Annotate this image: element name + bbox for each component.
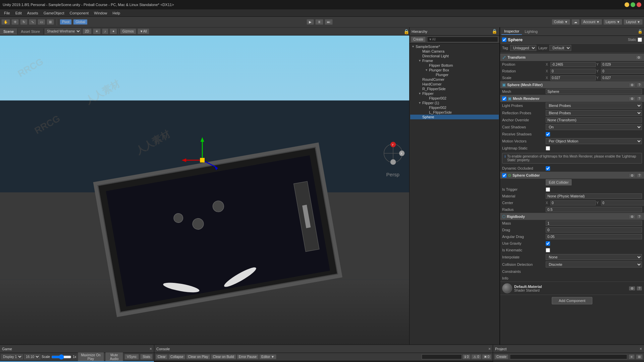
hierarchy-create-btn[interactable]: Create: [411, 37, 426, 42]
tree-directional-light[interactable]: Directional Light: [410, 54, 499, 58]
cast-shadows-select[interactable]: On: [546, 124, 642, 130]
move-tool[interactable]: ✛: [11, 19, 19, 25]
pause-btn[interactable]: ⏸: [315, 19, 323, 25]
resolution-select[interactable]: 16:10: [24, 354, 40, 359]
play-btn[interactable]: ▶: [307, 19, 314, 25]
transform-settings[interactable]: ⚙: [636, 55, 642, 60]
layer-select[interactable]: Default: [549, 45, 571, 51]
project-search[interactable]: [510, 354, 627, 359]
lightmap-static-check[interactable]: [546, 146, 550, 150]
menu-file[interactable]: File: [1, 10, 13, 16]
sc-btn1[interactable]: ⚙: [629, 173, 635, 178]
sc-btn2[interactable]: ?: [637, 173, 642, 178]
tree-flipper-1[interactable]: ▼ Flipper (1): [410, 101, 499, 105]
project-create-btn[interactable]: Create: [494, 354, 508, 359]
menu-edit[interactable]: Edit: [13, 10, 24, 16]
global-btn[interactable]: Global: [73, 19, 88, 25]
rotate-tool[interactable]: ↻: [20, 19, 28, 25]
hierarchy-search[interactable]: [427, 37, 498, 42]
lights-btn[interactable]: ☀: [93, 28, 101, 34]
collision-detection-select[interactable]: Discrete: [546, 261, 642, 267]
scale-tool[interactable]: ⤡: [29, 19, 36, 25]
tree-flipper-bottom[interactable]: Flipper Bottom: [410, 63, 499, 68]
tab-asset-store[interactable]: Asset Store: [17, 28, 44, 35]
clear-btn[interactable]: Clear: [156, 354, 168, 359]
mr-btn2[interactable]: ?: [637, 97, 642, 101]
console-warn-btn[interactable]: ⚠ 0: [471, 354, 481, 359]
radius-value[interactable]: [546, 207, 642, 212]
tree-l-flipper-side[interactable]: L_FlipperSide: [410, 110, 499, 115]
tree-plunger-box[interactable]: ▼ Plunger Box: [410, 68, 499, 72]
tab-lighting[interactable]: Lighting: [522, 28, 540, 35]
light-probes-select[interactable]: Blend Probes: [546, 103, 642, 109]
is-kinematic-check[interactable]: [546, 248, 550, 252]
rect-tool[interactable]: ▭: [38, 19, 45, 25]
project-grid-btn[interactable]: ⊞: [636, 354, 643, 359]
dynamic-occluded-check[interactable]: [546, 166, 550, 171]
project-close[interactable]: ×: [640, 347, 642, 351]
mesh-filter-header[interactable]: ▣ Sphere (Mesh Filter) ⚙ ?: [500, 81, 644, 88]
render-mode-select[interactable]: Shaded Wireframe: [45, 28, 81, 34]
scale-slider[interactable]: [51, 354, 71, 360]
use-gravity-check[interactable]: [546, 241, 550, 246]
angular-drag-value[interactable]: [546, 234, 642, 239]
audio-btn[interactable]: ♪: [102, 28, 108, 34]
tree-frame[interactable]: ▼ Frame: [410, 58, 499, 63]
sphere-collider-header[interactable]: ⊙ Sphere Collider ⚙ ?: [500, 172, 644, 179]
clear-build-btn[interactable]: Clear on Build: [211, 354, 236, 359]
tree-flipper002b[interactable]: Flipper002: [410, 105, 499, 110]
mf-btn2[interactable]: ?: [637, 83, 642, 87]
layout-btn[interactable]: Layout ▼: [624, 19, 643, 25]
mr-enabled[interactable]: [502, 97, 506, 101]
display-select[interactable]: Display 1: [1, 354, 23, 359]
vsync-btn[interactable]: VSync: [124, 354, 139, 360]
hierarchy-scene-root[interactable]: ▼ SampleScene*: [410, 44, 499, 49]
console-search[interactable]: [422, 354, 462, 359]
anchor-override-value[interactable]: [546, 117, 642, 123]
tag-select[interactable]: Untagged: [510, 45, 536, 51]
collab-btn[interactable]: Collab ▼: [552, 19, 570, 25]
maximize-btn[interactable]: [631, 2, 635, 7]
mesh-renderer-header[interactable]: ▣ Mesh Renderer ⚙ ?: [500, 95, 644, 102]
pos-x-input[interactable]: [550, 62, 596, 67]
mat-btn1[interactable]: ⚙: [629, 286, 635, 291]
edit-collider-btn[interactable]: Edit Collider: [546, 179, 572, 185]
all-btn[interactable]: ▼All: [138, 28, 149, 34]
tab-scene[interactable]: Scene: [0, 28, 17, 35]
tree-round-corner[interactable]: RoundCorner: [410, 77, 499, 82]
maximize-play-btn[interactable]: Maximize On Play: [78, 352, 104, 362]
tree-flipper002[interactable]: Flipper002: [410, 96, 499, 101]
tree-sphere[interactable]: Sphere: [410, 115, 499, 119]
center-y[interactable]: [601, 200, 644, 205]
rb-btn2[interactable]: ?: [637, 215, 642, 219]
interpolate-select[interactable]: None: [546, 254, 642, 260]
pivot-btn[interactable]: Pivot: [60, 19, 72, 25]
pos-y-input[interactable]: [601, 62, 644, 67]
mr-btn1[interactable]: ⚙: [629, 97, 635, 101]
mass-value[interactable]: [546, 221, 642, 226]
editor-btn[interactable]: Editor ▼: [259, 354, 276, 359]
transform-header[interactable]: ⤢ Transform ⚙: [500, 54, 644, 61]
minimize-btn[interactable]: [625, 2, 629, 7]
tab-inspector[interactable]: Inspector: [501, 28, 522, 35]
receive-shadows-check[interactable]: [546, 132, 550, 136]
center-x[interactable]: [550, 200, 596, 205]
console-info-btn[interactable]: ℹ 0: [463, 354, 471, 359]
game-close[interactable]: ×: [150, 347, 152, 351]
static-checkbox[interactable]: [638, 38, 642, 42]
menu-assets[interactable]: Assets: [24, 10, 41, 16]
console-close[interactable]: ×: [488, 347, 491, 351]
drag-value[interactable]: [546, 227, 642, 233]
2d-btn[interactable]: 2D: [83, 28, 92, 34]
collider-material-value[interactable]: [546, 193, 642, 199]
clear-play-btn[interactable]: Clear on Play: [186, 354, 210, 359]
menu-help[interactable]: Help: [110, 10, 123, 16]
account-btn[interactable]: Account ▼: [581, 19, 602, 25]
add-component-btn[interactable]: Add Component: [552, 297, 593, 304]
tree-r-flipper-side[interactable]: R_FlipperSide: [410, 86, 499, 91]
rb-btn1[interactable]: ⚙: [629, 215, 635, 219]
rot-x-input[interactable]: [550, 69, 596, 74]
scene-lock-btn[interactable]: 🔒: [404, 29, 409, 34]
mat-btn2[interactable]: ?: [637, 286, 642, 291]
is-trigger-check[interactable]: [546, 187, 550, 192]
